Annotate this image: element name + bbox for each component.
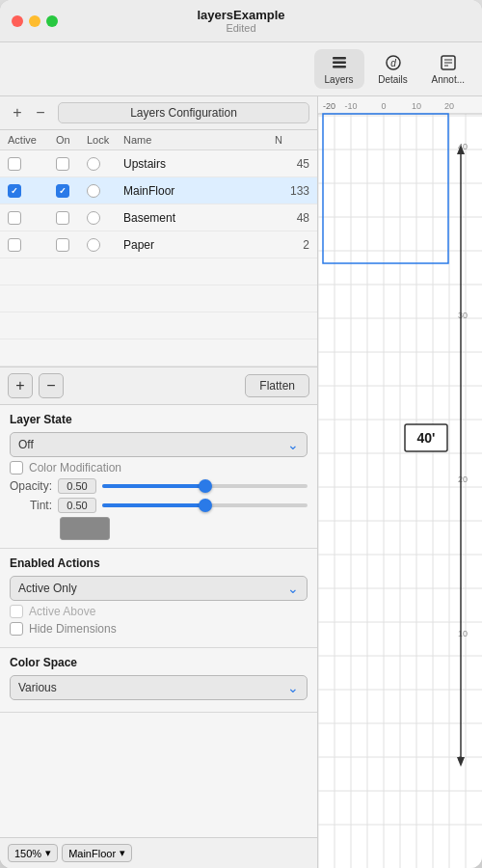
empty-row <box>0 258 317 285</box>
table-row[interactable]: MainFloor 133 <box>0 177 317 204</box>
chevron-down-icon: ⌄ <box>287 581 299 596</box>
zoom-select[interactable]: 150% ▾ <box>8 844 58 862</box>
panel-remove-button[interactable]: − <box>31 103 50 122</box>
layer-n-upstairs: 45 <box>275 157 309 171</box>
svg-rect-1 <box>333 62 346 65</box>
layer-n-paper: 2 <box>275 238 309 252</box>
active-above-row: Active Above <box>10 605 308 618</box>
canvas-svg: -20 -10 0 10 20 40 30 20 10 0 <box>318 96 482 868</box>
svg-text:30: 30 <box>458 311 468 320</box>
color-space-value: Various <box>18 681 57 694</box>
layer-chevron-icon: ▾ <box>120 847 125 859</box>
layer-n-mainfloor: 133 <box>275 184 309 198</box>
opacity-fill <box>102 484 205 488</box>
svg-text:20: 20 <box>444 101 454 111</box>
opacity-slider[interactable] <box>102 484 308 488</box>
col-on: On <box>56 134 87 146</box>
panel-header-buttons: + − <box>8 103 50 122</box>
add-layer-button[interactable]: + <box>8 373 33 398</box>
color-modification-label: Color Modification <box>29 461 121 475</box>
annot-icon <box>439 53 458 72</box>
panel-header: + − Layers Configuration <box>0 96 317 130</box>
active-checkbox-basement[interactable] <box>8 211 21 225</box>
col-n: N <box>275 134 309 146</box>
flatten-button[interactable]: Flatten <box>245 374 309 397</box>
table-header: Active On Lock Name N <box>0 130 317 150</box>
on-checkbox-basement[interactable] <box>56 211 69 225</box>
tint-slider[interactable] <box>102 503 308 507</box>
svg-text:10: 10 <box>458 629 468 638</box>
zoom-chevron-icon: ▾ <box>45 847 51 859</box>
lock-checkbox-mainfloor[interactable] <box>87 184 100 198</box>
opacity-row: Opacity: 0.50 <box>10 478 308 494</box>
lock-checkbox-upstairs[interactable] <box>87 157 100 171</box>
tint-thumb[interactable] <box>199 499 212 512</box>
table-row[interactable]: Paper 2 <box>0 231 317 258</box>
panel-spacer <box>0 713 317 837</box>
tint-label: Tint: <box>10 499 52 512</box>
lock-checkbox-paper[interactable] <box>87 238 100 252</box>
color-space-dropdown-row: Various ⌄ <box>10 675 308 700</box>
window-title: layersExample <box>197 8 284 22</box>
active-checkbox-mainfloor[interactable] <box>8 184 21 198</box>
layers-icon <box>330 53 349 72</box>
panel-add-button[interactable]: + <box>8 103 27 122</box>
svg-rect-41 <box>318 96 482 114</box>
hide-dimensions-checkbox[interactable] <box>10 622 23 636</box>
color-space-dropdown[interactable]: Various ⌄ <box>10 675 308 700</box>
toolbar-annot-label: Annot... <box>432 74 465 85</box>
opacity-value[interactable]: 0.50 <box>58 478 96 494</box>
empty-row <box>0 285 317 312</box>
tint-value[interactable]: 0.50 <box>58 498 96 513</box>
layer-state-section: Layer State Off ⌄ Color Modification Opa… <box>0 405 317 549</box>
hide-dimensions-row: Hide Dimensions <box>10 622 308 636</box>
on-checkbox-paper[interactable] <box>56 238 69 252</box>
svg-text:d: d <box>390 58 396 68</box>
minimize-button[interactable] <box>29 15 40 27</box>
active-above-label: Active Above <box>29 605 95 618</box>
active-above-checkbox[interactable] <box>10 605 23 618</box>
svg-rect-2 <box>333 66 346 68</box>
on-checkbox-upstairs[interactable] <box>56 157 69 171</box>
col-name: Name <box>123 134 275 146</box>
table-row[interactable]: Basement 48 <box>0 204 317 231</box>
lock-checkbox-basement[interactable] <box>87 211 100 225</box>
remove-layer-button[interactable]: − <box>39 373 64 398</box>
app-window: layersExample Edited Layers d Details <box>0 0 482 868</box>
layer-select[interactable]: MainFloor ▾ <box>62 844 132 862</box>
svg-text:0: 0 <box>381 101 386 111</box>
color-modification-row: Color Modification <box>10 461 308 475</box>
close-button[interactable] <box>12 15 23 27</box>
layer-select-value: MainFloor <box>68 848 116 859</box>
toolbar-details-button[interactable]: d Details <box>368 49 418 89</box>
active-checkbox-paper[interactable] <box>8 238 21 252</box>
color-space-title: Color Space <box>10 656 308 669</box>
layer-name-upstairs: Upstairs <box>123 157 275 171</box>
tint-fill <box>102 503 205 507</box>
toolbar-layers-button[interactable]: Layers <box>314 49 364 89</box>
toolbar-annot-button[interactable]: Annot... <box>422 49 474 89</box>
bottom-bar: 150% ▾ MainFloor ▾ <box>0 837 317 868</box>
svg-text:-10: -10 <box>344 101 357 111</box>
svg-text:20: 20 <box>458 475 468 484</box>
col-active: Active <box>8 134 56 146</box>
chevron-down-icon: ⌄ <box>287 680 299 695</box>
titlebar-text: layersExample Edited <box>197 8 284 34</box>
enabled-actions-dropdown[interactable]: Active Only ⌄ <box>10 576 308 601</box>
opacity-thumb[interactable] <box>199 479 212 493</box>
maximize-button[interactable] <box>46 15 58 27</box>
table-row[interactable]: Upstairs 45 <box>0 150 317 177</box>
layers-configuration-button[interactable]: Layers Configuration <box>58 102 309 123</box>
on-checkbox-mainfloor[interactable] <box>56 184 69 198</box>
layer-state-title: Layer State <box>10 413 308 426</box>
enabled-actions-dropdown-row: Active Only ⌄ <box>10 576 308 601</box>
traffic-lights <box>12 15 58 27</box>
window-subtitle: Edited <box>226 22 255 34</box>
color-modification-checkbox[interactable] <box>10 461 23 475</box>
layer-state-dropdown[interactable]: Off ⌄ <box>10 432 308 457</box>
svg-rect-0 <box>333 57 346 60</box>
color-swatch[interactable] <box>60 517 110 540</box>
zoom-value: 150% <box>14 848 41 859</box>
active-checkbox-upstairs[interactable] <box>8 157 21 171</box>
layer-state-value: Off <box>18 438 34 451</box>
